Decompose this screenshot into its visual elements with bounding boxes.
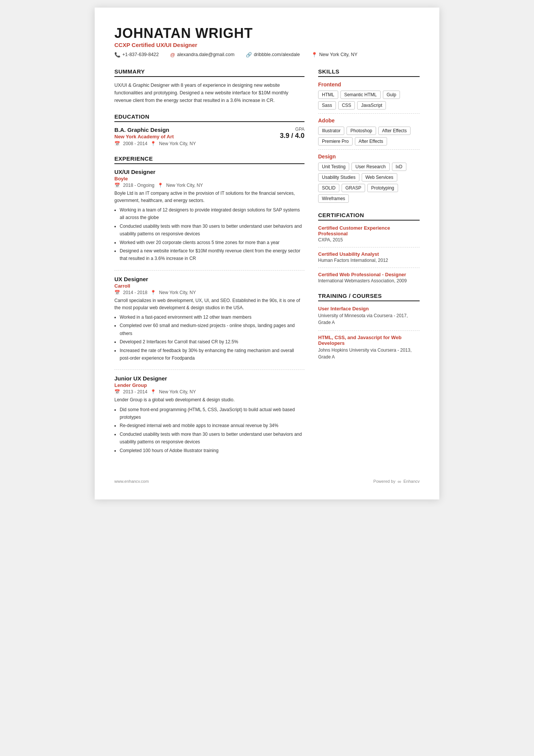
web-icon: 🔗 bbox=[246, 52, 252, 58]
training-name-1: User Interface Design bbox=[318, 306, 420, 311]
candidate-title: CCXP Certified UX/UI Designer bbox=[114, 42, 420, 48]
skills-divider bbox=[318, 149, 420, 150]
exp-desc-1: Boyle Ltd is an IT company active in the… bbox=[114, 190, 304, 204]
cal-icon: 📅 bbox=[114, 389, 120, 394]
skills-tags-adobe: Illustrator Photoshop After Effects Prem… bbox=[318, 127, 420, 146]
exp-desc-3: Lender Group is a global web development… bbox=[114, 396, 304, 404]
exp-desc-2: Carroll specializes in web development, … bbox=[114, 297, 304, 311]
bullet-item: Completed 100 hours of Adobe Illustrator… bbox=[120, 447, 304, 454]
cal-icon: 📅 bbox=[114, 183, 120, 188]
bullet-item: Worked in a fast-paced environment with … bbox=[120, 313, 304, 321]
phone-icon: 📞 bbox=[114, 52, 120, 58]
skill-tag: GRASP bbox=[342, 184, 365, 192]
bullet-item: Developed 2 Interfaces for Carroll that … bbox=[120, 338, 304, 346]
skill-tag: After Effects bbox=[378, 127, 411, 135]
location-icon: 📍 bbox=[311, 52, 317, 58]
skill-tag: User Research bbox=[351, 163, 389, 171]
bullet-item: Conducted usability tests with more than… bbox=[120, 222, 304, 238]
cert-title: CERTIFICATION bbox=[318, 212, 420, 221]
header-section: JOHNATAN WRIGHT CCXP Certified UX/UI Des… bbox=[114, 26, 420, 58]
skill-tag: Photoshop bbox=[347, 127, 376, 135]
skill-tag: Gulp bbox=[383, 91, 400, 99]
cal-icon: 📅 bbox=[114, 290, 120, 295]
skill-tag: CSS bbox=[338, 101, 355, 110]
bullet-item: Designed a new website interface for $10… bbox=[120, 247, 304, 263]
calendar-icon: 📅 bbox=[114, 141, 120, 146]
resume-page: JOHNATAN WRIGHT CCXP Certified UX/UI Des… bbox=[95, 8, 439, 499]
left-column: SUMMARY UX/UI & Graphic Designer with 8 … bbox=[114, 68, 304, 463]
experience-section: EXPERIENCE UX/UI Designer Boyle 📅 2018 -… bbox=[114, 155, 304, 454]
gpa-value: 3.9 / 4.0 bbox=[280, 132, 304, 140]
skill-tag: Wireframes bbox=[318, 194, 349, 203]
cert-name-1: Certified Customer Experience Profession… bbox=[318, 225, 420, 236]
exp-item-3: Junior UX Designer Lender Group 📅 2013 -… bbox=[114, 375, 304, 454]
enhancv-logo-icon: ∞ bbox=[398, 479, 401, 484]
bullet-item: Re-designed internal web and mobile apps… bbox=[120, 422, 304, 429]
candidate-name: JOHNATAN WRIGHT bbox=[114, 26, 420, 41]
cert-org-2: Human Factors International, 2012 bbox=[318, 258, 420, 263]
skill-tag: Web Services bbox=[362, 173, 397, 182]
education-title: EDUCATION bbox=[114, 113, 304, 122]
divider bbox=[114, 369, 304, 370]
right-column: SKILLS Frontend HTML Semantic HTML Gulp … bbox=[318, 68, 420, 463]
cert-name-3: Certified Web Professional - Designer bbox=[318, 272, 420, 277]
edu-years: 2008 - 2014 bbox=[123, 141, 147, 146]
contact-email: @ alexandra.dale@gmail.com bbox=[170, 52, 234, 58]
training-desc-2: Johns Hopkins University via Coursera - … bbox=[318, 347, 420, 360]
cert-item-3: Certified Web Professional - Designer In… bbox=[318, 272, 420, 283]
bullet-item: Worked with over 20 corporate clients ac… bbox=[120, 239, 304, 246]
skill-tag: SOLID bbox=[318, 184, 339, 192]
bullet-item: Did some front-end programming (HTML 5, … bbox=[120, 406, 304, 421]
powered-by-text: Powered by bbox=[373, 479, 395, 484]
training-desc-1: University of Minnesota via Coursera - 2… bbox=[318, 312, 420, 326]
edu-meta: 📅 2008 - 2014 📍 New York City, NY bbox=[114, 141, 280, 146]
exp-bullets-2: Worked in a fast-paced environment with … bbox=[114, 313, 304, 362]
exp-bullets-3: Did some front-end programming (HTML 5, … bbox=[114, 406, 304, 454]
skill-tag: Semantic HTML bbox=[340, 91, 381, 99]
exp-meta-1: 📅 2018 - Ongoing 📍 New York City, NY bbox=[114, 183, 304, 188]
skills-cat-frontend: Frontend bbox=[318, 81, 420, 88]
exp-bullets-1: Working in a team of 12 designers to pro… bbox=[114, 206, 304, 263]
contact-phone: 📞 +1-837-639-8422 bbox=[114, 52, 159, 58]
skills-tags-frontend: HTML Semantic HTML Gulp Sass CSS JavaScr… bbox=[318, 91, 420, 110]
skill-tag: Sass bbox=[318, 101, 336, 110]
cert-divider bbox=[318, 268, 420, 268]
cert-divider bbox=[318, 247, 420, 247]
bullet-item: Conducted usability tests with more than… bbox=[120, 430, 304, 446]
skill-tag: HTML bbox=[318, 91, 338, 99]
skill-tag: After Effects bbox=[355, 137, 387, 146]
cert-item-2: Certified Usability Analyst Human Factor… bbox=[318, 251, 420, 263]
skills-cat-design: Design bbox=[318, 153, 420, 160]
brand-name: Enhancv bbox=[403, 479, 420, 484]
bullet-item: Working in a team of 12 designers to pro… bbox=[120, 206, 304, 222]
skills-divider bbox=[318, 113, 420, 114]
skill-tag: Prototyping bbox=[367, 184, 398, 192]
edu-left: B.A. Graphic Design New York Academy of … bbox=[114, 127, 280, 146]
edu-school: New York Academy of Art bbox=[114, 134, 280, 139]
bullet-item: Completed over 60 small and medium-sized… bbox=[120, 322, 304, 337]
divider bbox=[114, 270, 304, 271]
certification-section: CERTIFICATION Certified Customer Experie… bbox=[318, 212, 420, 283]
skill-tag: IxD bbox=[392, 163, 406, 171]
skill-tag: Illustrator bbox=[318, 127, 344, 135]
email-icon: @ bbox=[170, 52, 175, 58]
skill-tag: Unit Testing bbox=[318, 163, 349, 171]
training-item-2: HTML, CSS, and Javascript for Web Develo… bbox=[318, 335, 420, 360]
skills-cat-adobe: Adobe bbox=[318, 117, 420, 124]
skill-tag: JavaScript bbox=[357, 101, 386, 110]
edu-location: New York City, NY bbox=[159, 141, 196, 146]
footer-right: Powered by ∞ Enhancv bbox=[373, 479, 420, 484]
training-name-2: HTML, CSS, and Javascript for Web Develo… bbox=[318, 335, 420, 346]
pin-icon: 📍 bbox=[150, 141, 156, 146]
main-layout: SUMMARY UX/UI & Graphic Designer with 8 … bbox=[114, 68, 420, 463]
exp-role-2: UX Designer bbox=[114, 276, 304, 282]
skills-section: SKILLS Frontend HTML Semantic HTML Gulp … bbox=[318, 68, 420, 203]
exp-company-3: Lender Group bbox=[114, 382, 304, 388]
cert-org-1: CXPA, 2015 bbox=[318, 237, 420, 243]
training-item-1: User Interface Design University of Minn… bbox=[318, 306, 420, 326]
summary-section: SUMMARY UX/UI & Graphic Designer with 8 … bbox=[114, 68, 304, 104]
exp-company-2: Carroll bbox=[114, 283, 304, 289]
exp-company-1: Boyle bbox=[114, 176, 304, 182]
contact-info: 📞 +1-837-639-8422 @ alexandra.dale@gmail… bbox=[114, 52, 420, 58]
summary-text: UX/UI & Graphic Designer with 8 years of… bbox=[114, 81, 304, 104]
